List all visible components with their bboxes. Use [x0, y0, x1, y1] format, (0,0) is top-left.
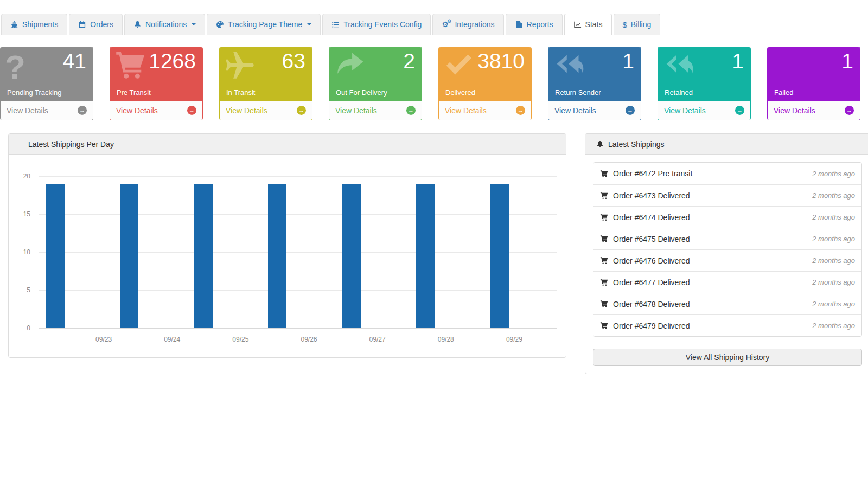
card-label: Pre Transit — [117, 88, 151, 97]
cart-icon — [600, 170, 608, 178]
bar — [120, 184, 138, 328]
list-item[interactable]: Order #6478 Delivered 2 months ago — [593, 293, 861, 314]
bell-icon — [133, 21, 142, 29]
view-details-link[interactable]: View Details → — [548, 101, 641, 120]
y-axis-tick: 15 — [9, 210, 30, 218]
cart-icon — [114, 49, 146, 83]
tab-shipments[interactable]: Shipments — [1, 14, 67, 35]
list-item[interactable]: Order #6472 Pre transit 2 months ago — [593, 163, 861, 184]
arrow-circle-icon: → — [78, 106, 87, 115]
card-value: 2 — [403, 49, 415, 74]
view-details-link[interactable]: View Details → — [329, 101, 422, 120]
arrow-circle-icon: → — [516, 106, 525, 115]
card-label: Delivered — [445, 88, 475, 97]
card-label: Pending Tracking — [7, 88, 61, 97]
arrow-circle-icon: → — [735, 106, 744, 115]
cart-icon — [600, 278, 608, 286]
reply-all-icon — [662, 49, 694, 83]
card-pre-transit: 1268 Pre Transit View Details → — [110, 47, 203, 120]
gears-icon: ⚙⚙ — [442, 20, 451, 29]
tab-billing[interactable]: $ Billing — [614, 14, 661, 35]
card-pending-tracking: ? 41 Pending Tracking View Details → — [0, 47, 93, 120]
cart-icon — [600, 300, 608, 308]
tab-label: Integrations — [455, 20, 494, 29]
card-label: Failed — [774, 88, 793, 97]
stat-cards-row: ? 41 Pending Tracking View Details → 126… — [0, 47, 860, 120]
line-chart-icon — [573, 21, 582, 29]
y-axis-tick: 5 — [9, 286, 30, 294]
list-item[interactable]: Order #6474 Delivered 2 months ago — [593, 206, 861, 228]
view-details-link[interactable]: View Details → — [1, 101, 93, 120]
card-value: 1 — [732, 49, 744, 74]
order-time: 2 months ago — [812, 213, 855, 221]
card-label: Return Sender — [555, 88, 601, 97]
plane-icon — [224, 49, 256, 83]
x-axis-tick: 09/24 — [138, 329, 206, 343]
tab-label: Stats — [585, 20, 603, 29]
tab-label: Tracking Page Theme — [228, 20, 302, 29]
dollar-icon: $ — [623, 21, 627, 29]
view-details-link[interactable]: View Details → — [110, 101, 202, 120]
card-label: Out For Delivery — [336, 88, 387, 97]
bar-chart-plot: 20 15 10 5 0 — [39, 176, 557, 329]
x-axis-tick: 09/29 — [480, 329, 548, 343]
list-item[interactable]: Order #6473 Delivered 2 months ago — [593, 184, 861, 206]
ship-icon — [10, 21, 18, 29]
x-axis-tick: 09/28 — [412, 329, 480, 343]
view-all-shipping-history-button[interactable]: View All Shipping History — [593, 349, 862, 366]
card-delivered: 3810 Delivered View Details → — [438, 47, 532, 120]
bar — [416, 184, 435, 328]
bar — [490, 184, 508, 328]
tab-tracking-page-theme[interactable]: Tracking Page Theme — [207, 14, 321, 35]
list-item[interactable]: Order #6477 Delivered 2 months ago — [593, 271, 861, 293]
tab-notifications[interactable]: Notifications — [124, 14, 205, 35]
card-value: 3810 — [477, 49, 525, 74]
view-details-link[interactable]: View Details → — [220, 101, 312, 120]
x-axis-labels: 09/23 09/24 09/25 09/26 09/27 09/28 09/2… — [69, 329, 548, 343]
tab-label: Reports — [527, 20, 553, 29]
question-icon: ? — [5, 49, 25, 85]
x-axis-tick: 09/23 — [69, 329, 138, 343]
list-item[interactable]: Order #6475 Delivered 2 months ago — [593, 228, 861, 249]
order-label: Order #6472 Pre transit — [613, 169, 692, 178]
shippings-list: Order #6472 Pre transit 2 months ago Ord… — [593, 162, 862, 337]
card-retained: 1 Retained View Details → — [658, 47, 751, 120]
view-details-link[interactable]: View Details → — [768, 101, 860, 120]
card-out-for-delivery: 2 Out For Delivery View Details → — [329, 47, 422, 120]
view-details-link[interactable]: View Details → — [439, 101, 531, 120]
arrow-circle-icon: → — [297, 106, 306, 115]
bar — [46, 184, 65, 328]
order-label: Order #6475 Delivered — [613, 235, 690, 243]
order-time: 2 months ago — [812, 300, 855, 308]
order-time: 2 months ago — [812, 256, 855, 265]
tab-integrations[interactable]: ⚙⚙ Integrations — [432, 14, 503, 35]
dashboard: Shipments Orders Notifications Tracking … — [0, 0, 868, 488]
view-details-link[interactable]: View Details → — [658, 101, 750, 120]
tab-stats[interactable]: Stats — [564, 14, 612, 35]
tab-orders[interactable]: Orders — [69, 14, 123, 35]
chevron-down-icon — [307, 23, 311, 25]
shippings-per-day-panel: Latest Shippings Per Day 20 15 10 5 0 — [8, 133, 566, 358]
bell-icon — [596, 140, 604, 148]
palette-icon — [216, 21, 224, 29]
x-axis-tick: 09/27 — [343, 329, 412, 343]
card-value: 1268 — [149, 49, 196, 74]
bar — [342, 184, 361, 328]
calendar-icon — [78, 21, 86, 29]
cart-icon — [600, 213, 608, 221]
order-label: Order #6476 Delivered — [613, 256, 690, 265]
tab-reports[interactable]: Reports — [506, 14, 563, 35]
order-time: 2 months ago — [812, 191, 855, 200]
y-axis-tick: 10 — [9, 248, 30, 256]
cart-icon — [600, 191, 608, 200]
card-failed: 1 Failed View Details → — [767, 47, 860, 120]
order-time: 2 months ago — [812, 170, 855, 178]
list-item[interactable]: Order #6476 Delivered 2 months ago — [593, 249, 861, 271]
tab-tracking-events-config[interactable]: Tracking Events Config — [322, 14, 431, 35]
reply-all-icon — [553, 49, 584, 83]
tab-label: Billing — [631, 20, 651, 29]
list-item[interactable]: Order #6479 Delivered 2 months ago — [593, 314, 861, 336]
panel-title: Latest Shippings — [608, 140, 665, 149]
order-time: 2 months ago — [812, 322, 855, 330]
share-arrow-icon — [334, 49, 365, 83]
